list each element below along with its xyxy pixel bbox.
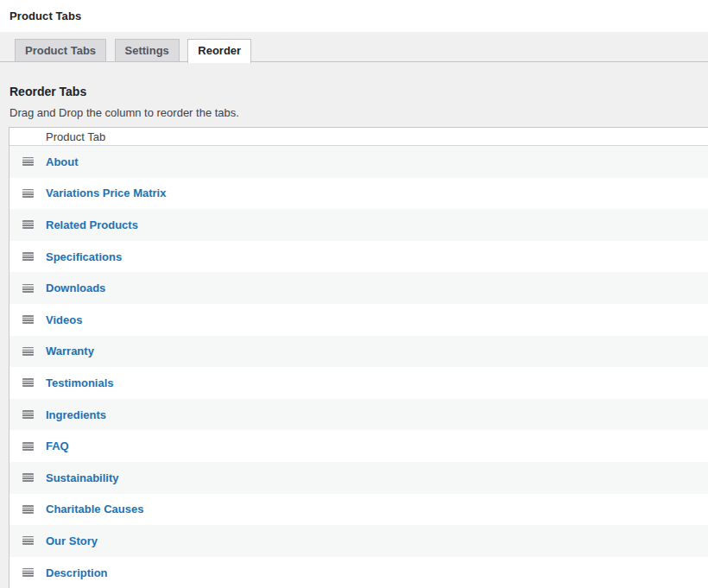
drag-handle-icon[interactable] <box>22 505 34 514</box>
table-row[interactable]: Testimonials <box>9 367 708 399</box>
tab-reorder[interactable]: Reorder <box>187 39 251 63</box>
drag-handle-icon[interactable] <box>22 568 34 577</box>
drag-handle-cell[interactable] <box>9 189 46 198</box>
drag-handle-cell[interactable] <box>9 220 46 229</box>
drag-handle-icon[interactable] <box>22 157 34 166</box>
table-row[interactable]: FAQ <box>9 430 708 462</box>
tab-settings[interactable]: Settings <box>115 39 180 61</box>
product-tab-link[interactable]: Videos <box>46 313 82 326</box>
drag-handle-icon[interactable] <box>22 189 34 198</box>
product-tab-link[interactable]: Ingredients <box>46 408 106 421</box>
table-row[interactable]: Our Story <box>9 525 708 557</box>
drag-handle-cell[interactable] <box>9 442 46 451</box>
drag-handle-cell[interactable] <box>9 473 46 482</box>
table-row[interactable]: Charitable Causes <box>9 494 708 526</box>
product-tab-link[interactable]: Sustainability <box>46 471 119 484</box>
tab-product-tabs[interactable]: Product Tabs <box>15 39 106 61</box>
table-row[interactable]: Ingredients <box>9 399 708 431</box>
table-row[interactable]: Related Products <box>9 209 708 241</box>
top-title-bar: Product Tabs <box>0 0 708 32</box>
drag-handle-cell[interactable] <box>9 505 46 514</box>
drag-handle-cell[interactable] <box>9 536 46 545</box>
section-heading: Reorder Tabs <box>9 85 708 98</box>
product-tab-link[interactable]: Description <box>46 566 108 579</box>
table-row[interactable]: Downloads <box>9 272 708 304</box>
table-row[interactable]: Specifications <box>9 241 708 273</box>
table-row[interactable]: Description <box>9 557 708 588</box>
table-row[interactable]: Sustainability <box>9 462 708 494</box>
product-tab-link[interactable]: About <box>46 155 79 168</box>
product-tab-link[interactable]: Warranty <box>46 345 94 357</box>
product-tab-link[interactable]: FAQ <box>46 439 69 452</box>
drag-handle-cell[interactable] <box>9 347 46 356</box>
reorder-table: Product Tab About Variations Price Matri… <box>9 127 708 588</box>
product-tab-link[interactable]: Downloads <box>46 281 105 294</box>
drag-handle-cell[interactable] <box>9 157 46 166</box>
drag-handle-icon[interactable] <box>22 536 34 545</box>
drag-handle-icon[interactable] <box>22 347 34 356</box>
product-tab-link[interactable]: Our Story <box>46 534 98 547</box>
table-row[interactable]: Warranty <box>9 336 708 368</box>
drag-handle-cell[interactable] <box>9 284 46 293</box>
drag-handle-icon[interactable] <box>22 442 34 451</box>
table-row[interactable]: Videos <box>9 304 708 336</box>
drag-handle-cell[interactable] <box>9 315 46 324</box>
product-tab-link[interactable]: Testimonials <box>46 376 114 389</box>
table-body: About Variations Price Matrix Related Pr… <box>9 146 708 588</box>
table-row[interactable]: Variations Price Matrix <box>9 178 708 210</box>
drag-handle-cell[interactable] <box>9 568 46 577</box>
table-row[interactable]: About <box>9 146 708 178</box>
drag-handle-icon[interactable] <box>22 473 34 482</box>
drag-handle-icon[interactable] <box>22 252 34 261</box>
column-header-product-tab: Product Tab <box>9 130 105 143</box>
drag-handle-icon[interactable] <box>22 378 34 387</box>
product-tab-link[interactable]: Specifications <box>46 250 122 263</box>
drag-handle-cell[interactable] <box>9 252 46 261</box>
drag-handle-cell[interactable] <box>9 410 46 419</box>
table-header-row: Product Tab <box>9 128 708 146</box>
drag-handle-icon[interactable] <box>22 284 34 293</box>
product-tab-link[interactable]: Related Products <box>46 218 138 231</box>
drag-handle-icon[interactable] <box>22 410 34 419</box>
section-description: Drag and Drop the column to reorder the … <box>9 106 708 119</box>
product-tab-link[interactable]: Charitable Causes <box>46 503 143 515</box>
drag-handle-icon[interactable] <box>22 315 34 324</box>
page-title: Product Tabs <box>9 9 81 22</box>
drag-handle-cell[interactable] <box>9 378 46 387</box>
nav-tab-bar: Product Tabs Settings Reorder <box>0 32 708 62</box>
product-tab-link[interactable]: Variations Price Matrix <box>46 187 166 199</box>
drag-handle-icon[interactable] <box>22 220 34 229</box>
